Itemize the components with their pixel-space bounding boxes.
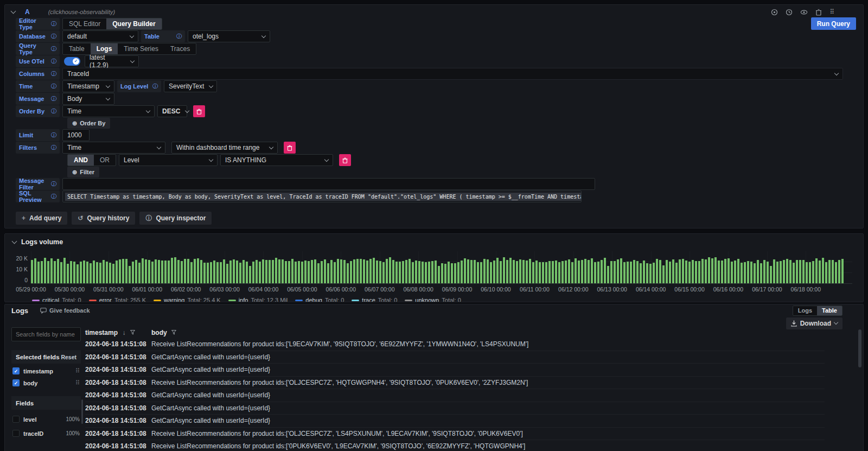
volume-bar[interactable]	[197, 258, 199, 284]
remove-order-by-button[interactable]	[193, 105, 205, 117]
volume-bar[interactable]	[220, 262, 222, 284]
info-icon[interactable]: ⓘ	[51, 144, 56, 151]
volume-bar[interactable]	[487, 259, 489, 284]
logs-volume-chart[interactable]: 0 10 K 20 K	[31, 251, 852, 284]
volume-bar[interactable]	[428, 262, 430, 284]
volume-bar[interactable]	[588, 260, 590, 284]
search-fields-input[interactable]	[11, 327, 81, 341]
volume-bar[interactable]	[451, 263, 453, 284]
volume-bar[interactable]	[802, 260, 805, 284]
volume-bar[interactable]	[353, 259, 355, 284]
volume-bar[interactable]	[226, 264, 228, 284]
volume-bar[interactable]	[819, 261, 821, 284]
volume-bar[interactable]	[552, 261, 554, 284]
message-column-select[interactable]: Body	[62, 93, 114, 105]
remove-filter2-button[interactable]	[339, 154, 351, 166]
volume-bar[interactable]	[337, 259, 339, 284]
volume-bar[interactable]	[649, 264, 652, 284]
volume-bar[interactable]	[760, 263, 762, 284]
volume-bar[interactable]	[591, 258, 593, 284]
volume-bar[interactable]	[295, 262, 297, 284]
volume-bar[interactable]	[623, 262, 626, 284]
volume-bar[interactable]	[532, 262, 534, 284]
volume-bar[interactable]	[496, 258, 499, 284]
volume-bar[interactable]	[610, 261, 612, 284]
checkbox-checked[interactable]: ✓	[12, 367, 20, 374]
log-table-row[interactable]: 2024-06-18 14:51:08GetCartAsync called w…	[85, 415, 825, 428]
volume-bar[interactable]	[747, 261, 749, 284]
log-table-row[interactable]: 2024-06-18 14:51:08Receive ListRecommend…	[85, 338, 825, 351]
volume-bar[interactable]	[233, 259, 235, 284]
query-type-option-logs[interactable]: Logs	[91, 43, 118, 54]
volume-bar[interactable]	[461, 261, 463, 284]
volume-bar[interactable]	[210, 262, 212, 284]
volume-bar[interactable]	[555, 261, 557, 284]
volume-bar[interactable]	[483, 259, 486, 284]
volume-bar[interactable]	[177, 260, 180, 284]
volume-bar[interactable]	[164, 261, 167, 284]
volume-bar[interactable]	[604, 258, 606, 284]
query-type-option-time-series[interactable]: Time Series	[118, 43, 164, 54]
volume-bar[interactable]	[282, 259, 284, 284]
volume-bar[interactable]	[767, 262, 769, 284]
volume-bar[interactable]	[418, 261, 420, 284]
volume-bar[interactable]	[506, 260, 508, 284]
volume-bar[interactable]	[705, 259, 707, 284]
volume-bar[interactable]	[669, 262, 671, 284]
volume-bar[interactable]	[99, 263, 101, 284]
volume-bar[interactable]	[246, 262, 248, 284]
volume-bar[interactable]	[229, 261, 232, 284]
volume-bar[interactable]	[448, 262, 450, 284]
log-level-column-select[interactable]: SeverityText	[164, 80, 217, 92]
volume-bar[interactable]	[298, 261, 300, 284]
editor-type-option-sql-editor[interactable]: SQL Editor	[63, 18, 106, 29]
volume-bar[interactable]	[288, 261, 290, 284]
volume-bar[interactable]	[584, 259, 586, 284]
volume-bar[interactable]	[252, 262, 254, 284]
volume-bar[interactable]	[259, 262, 261, 284]
volume-bar[interactable]	[656, 259, 658, 284]
drag-handle-icon[interactable]: ⠿	[829, 8, 834, 16]
message-filter-input[interactable]	[62, 178, 595, 190]
volume-bar[interactable]	[438, 266, 440, 284]
volume-bar[interactable]	[422, 262, 424, 284]
volume-bar[interactable]	[402, 261, 404, 284]
volume-bar[interactable]	[256, 260, 258, 284]
volume-bar[interactable]	[425, 262, 427, 284]
body-column-header[interactable]: body	[151, 329, 176, 336]
volume-bar[interactable]	[161, 261, 163, 284]
volume-bar[interactable]	[822, 258, 824, 284]
volume-bar[interactable]	[620, 258, 622, 284]
volume-bar[interactable]	[382, 262, 385, 284]
volume-bar[interactable]	[269, 260, 271, 284]
volume-bar[interactable]	[70, 261, 72, 284]
volume-bar[interactable]	[493, 261, 495, 284]
volume-bar[interactable]	[73, 262, 75, 284]
volume-bar[interactable]	[695, 261, 697, 284]
volume-bar[interactable]	[578, 261, 580, 284]
volume-bar[interactable]	[675, 263, 678, 284]
volume-bar[interactable]	[464, 258, 466, 284]
volume-bar[interactable]	[815, 258, 818, 284]
volume-bar[interactable]	[799, 260, 801, 284]
volume-bar[interactable]	[548, 261, 551, 284]
volume-bar[interactable]	[90, 263, 92, 284]
volume-bar[interactable]	[633, 260, 635, 284]
hide-response-eye-icon[interactable]	[800, 9, 808, 16]
log-table-row[interactable]: 2024-06-18 14:51:08GetCartAsync called w…	[85, 389, 825, 402]
volume-bar[interactable]	[594, 262, 596, 284]
info-icon[interactable]: ⓘ	[176, 33, 182, 40]
volume-bar[interactable]	[561, 261, 564, 284]
volume-bar[interactable]	[330, 260, 333, 284]
volume-bar[interactable]	[477, 262, 479, 284]
info-icon[interactable]: ⓘ	[51, 70, 56, 78]
volume-bar[interactable]	[239, 263, 241, 284]
volume-bar[interactable]	[395, 262, 398, 284]
volume-bar[interactable]	[806, 262, 808, 284]
volume-bar[interactable]	[692, 260, 694, 284]
volume-bar[interactable]	[314, 259, 316, 284]
volume-bar[interactable]	[773, 259, 775, 284]
info-icon[interactable]: ⓘ	[51, 193, 56, 200]
legend-item-debug[interactable]: debugTotal: 0	[295, 297, 344, 302]
give-feedback-button[interactable]: Give feedback	[40, 307, 90, 314]
